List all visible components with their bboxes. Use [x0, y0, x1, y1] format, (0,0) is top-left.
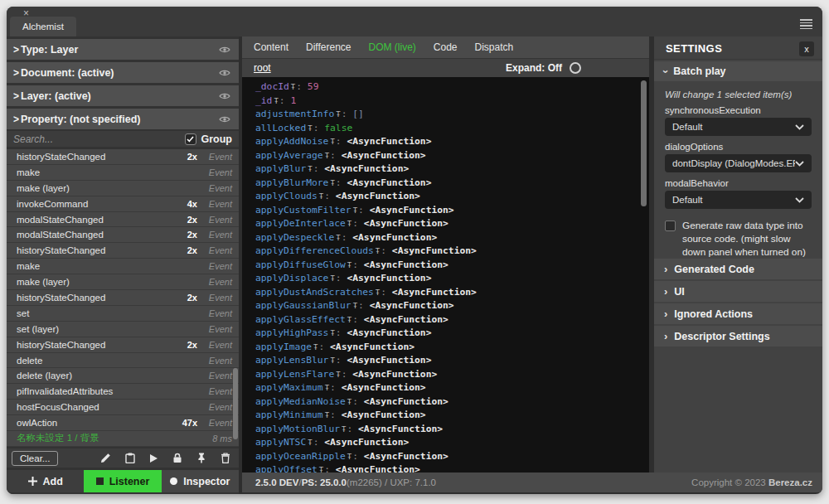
dom-property-row[interactable]: applyMinimumŦ: <AsyncFunction> [255, 409, 649, 423]
property-key[interactable]: applyMedianNoise [255, 396, 346, 407]
view-tab[interactable]: Dispatch [475, 41, 514, 53]
event-row[interactable]: historyStateChanged 2x Event [7, 149, 239, 165]
pin-property-icon[interactable]: Ŧ [330, 329, 334, 337]
pin-property-icon[interactable]: Ŧ [313, 343, 318, 351]
dom-property-row[interactable]: adjustmentInfoŦ: [] [255, 108, 649, 122]
checkbox-box[interactable] [665, 220, 676, 231]
property-key[interactable]: applyAverage [255, 150, 323, 161]
view-tab[interactable]: DOM (live) [369, 41, 416, 53]
pin-property-icon[interactable]: Ŧ [319, 192, 323, 201]
pin-property-icon[interactable]: Ŧ [336, 371, 340, 379]
section-batch-play[interactable]: Batch play [654, 61, 822, 81]
pin-property-icon[interactable]: Ŧ [342, 425, 346, 434]
dom-property-row[interactable]: applyHighPassŦ: <AsyncFunction> [255, 327, 649, 341]
dom-property-row[interactable]: applyBlurŦ: <AsyncFunction> [255, 162, 649, 177]
pin-property-icon[interactable]: Ŧ [353, 302, 357, 310]
view-tab[interactable]: Difference [306, 41, 351, 53]
pin-property-icon[interactable]: Ŧ [336, 234, 340, 242]
eye-icon[interactable] [219, 69, 230, 77]
clear-button[interactable]: Clear... [12, 451, 58, 466]
event-row[interactable]: make (layer) Event [7, 181, 239, 196]
dom-property-row[interactable]: applyOffsetŦ: <AsyncFunction> [255, 463, 649, 472]
property-key[interactable]: applyDiffuseGlow [255, 259, 346, 270]
play-icon[interactable] [149, 453, 158, 463]
settings-section-header[interactable]: Generated Code [654, 259, 822, 279]
panel-menu-icon[interactable] [800, 19, 812, 29]
expand-toggle[interactable] [570, 62, 581, 74]
dom-property-row[interactable]: applyDiffuseGlowŦ: <AsyncFunction> [255, 259, 649, 273]
property-key[interactable]: applyGlassEffect [255, 314, 346, 325]
property-key[interactable]: applyLensFlare [255, 369, 334, 380]
dom-property-row[interactable]: applyMedianNoiseŦ: <AsyncFunction> [255, 395, 649, 410]
dom-property-row[interactable]: _idŦ: 1 [255, 94, 649, 109]
pin-property-icon[interactable]: Ŧ [291, 83, 295, 91]
pin-property-icon[interactable]: Ŧ [347, 316, 351, 324]
search-input[interactable] [13, 133, 185, 145]
dom-property-row[interactable]: applyDifferenceCloudsŦ: <AsyncFunction> [255, 245, 649, 259]
property-key[interactable]: applyOffset [255, 464, 318, 472]
dom-property-row[interactable]: applyMaximumŦ: <AsyncFunction> [255, 381, 649, 395]
event-row[interactable]: make Event [7, 259, 239, 274]
pin-property-icon[interactable]: Ŧ [376, 288, 380, 297]
pin-property-icon[interactable]: Ŧ [274, 97, 278, 105]
property-key[interactable]: applyDespeckle [255, 232, 334, 243]
property-key[interactable]: applyDeInterlace [255, 218, 346, 229]
pin-property-icon[interactable]: Ŧ [347, 220, 351, 228]
dom-property-row[interactable]: applyDisplaceŦ: <AsyncFunction> [255, 272, 649, 286]
pin-property-icon[interactable]: Ŧ [308, 124, 312, 133]
lock-icon[interactable] [172, 453, 182, 463]
dom-property-row[interactable]: applyDespeckleŦ: <AsyncFunction> [255, 231, 649, 245]
dom-property-row[interactable]: applyMotionBlurŦ: <AsyncFunction> [255, 423, 649, 437]
pin-property-icon[interactable]: Ŧ [308, 439, 312, 447]
dom-property-row[interactable]: applyGlassEffectŦ: <AsyncFunction> [255, 313, 649, 327]
dom-property-row[interactable]: applyOceanRippleŦ: <AsyncFunction> [255, 450, 649, 464]
property-key[interactable]: _docId [255, 81, 289, 92]
dom-property-row[interactable]: _docIdŦ: 59 [255, 80, 649, 94]
scrollbar-thumb[interactable] [233, 368, 238, 439]
event-row[interactable]: historyStateChanged 2x Event [7, 337, 239, 353]
property-key[interactable]: applyOceanRipple [255, 451, 346, 462]
group-checkbox[interactable] [185, 133, 196, 145]
property-key[interactable]: applyGaussianBlur [255, 300, 351, 311]
event-row[interactable]: historyStateChanged 2x Event [7, 290, 239, 306]
pin-property-icon[interactable]: Ŧ [325, 384, 329, 392]
property-key[interactable]: applyCustomFilter [255, 205, 351, 216]
property-key[interactable]: applyMotionBlur [255, 424, 340, 434]
property-key[interactable]: applyDisplace [255, 273, 328, 284]
dom-property-row[interactable]: applyAddNoiseŦ: <AsyncFunction> [255, 135, 649, 149]
pin-property-icon[interactable]: Ŧ [347, 398, 351, 406]
pin-property-icon[interactable]: Ŧ [347, 261, 351, 269]
dom-property-row[interactable]: applyLensBlurŦ: <AsyncFunction> [255, 354, 649, 368]
dom-property-row[interactable]: allLockedŦ: false [255, 122, 649, 136]
pin-property-icon[interactable]: Ŧ [308, 165, 312, 173]
settings-close-button[interactable]: x [799, 41, 814, 56]
property-key[interactable]: allLocked [255, 123, 306, 133]
pin-property-icon[interactable]: Ŧ [376, 247, 380, 255]
trash-icon[interactable] [221, 453, 230, 463]
property-key[interactable]: applyAddNoise [255, 136, 328, 147]
dom-property-row[interactable]: applyGaussianBlurŦ: <AsyncFunction> [255, 299, 649, 313]
eye-icon[interactable] [219, 46, 230, 54]
property-key[interactable]: applyLensBlur [255, 355, 328, 366]
pencil-icon[interactable] [100, 453, 111, 463]
view-tab[interactable]: Code [434, 41, 458, 53]
property-key[interactable]: applyMaximum [255, 382, 323, 393]
pin-property-icon[interactable]: Ŧ [325, 411, 329, 419]
pin-property-icon[interactable]: Ŧ [319, 466, 323, 472]
event-row[interactable]: pifInvalidatedAttributes Event [7, 384, 239, 400]
tab-alchemist[interactable]: Alchemist [10, 17, 76, 36]
pin-property-icon[interactable]: Ŧ [336, 110, 340, 119]
dom-property-row[interactable]: applyNTSCŦ: <AsyncFunction> [255, 436, 649, 450]
eye-icon[interactable] [219, 115, 230, 124]
settings-section-header[interactable]: Descriptor Settings [654, 326, 822, 346]
dom-property-row[interactable]: applyImageŦ: <AsyncFunction> [255, 341, 649, 355]
dom-property-row[interactable]: applyDustAndScratchesŦ: <AsyncFunction> [255, 286, 649, 300]
view-tab[interactable]: Content [254, 41, 288, 53]
property-key[interactable]: applyClouds [255, 191, 318, 201]
dropdown-select[interactable]: Default [665, 191, 812, 209]
settings-section-header[interactable]: UI [654, 281, 822, 302]
dom-property-row[interactable]: applyLensFlareŦ: <AsyncFunction> [255, 368, 649, 382]
dom-property-row[interactable]: applyCloudsŦ: <AsyncFunction> [255, 190, 649, 204]
event-row[interactable]: 名称未設定 1 / 背景 8 ms [7, 431, 239, 447]
dom-property-row[interactable]: applyCustomFilterŦ: <AsyncFunction> [255, 204, 649, 218]
